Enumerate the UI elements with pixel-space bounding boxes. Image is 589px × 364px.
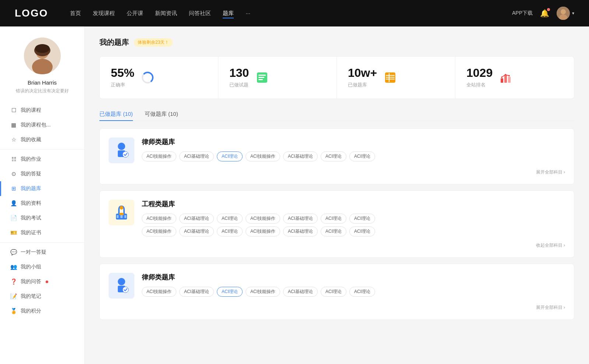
tag-3-4[interactable]: ACI基础理论 [283, 287, 318, 297]
sidebar-item-qbank[interactable]: ⊞ 我的题库 [0, 181, 84, 196]
svg-rect-18 [389, 73, 389, 82]
tag-1-3[interactable]: ACI技能操作 [246, 151, 280, 161]
stat-questions-value: 130 [229, 67, 249, 79]
qbank-card-header-3: 律师类题库 ACI技能操作 ACI基础理论 ACI理论 ACI技能操作 ACI基… [109, 273, 565, 299]
sidebar-item-homework[interactable]: ☷ 我的作业 [0, 152, 84, 167]
sidebar-item-label: 我的课程 [21, 107, 41, 114]
sidebar-item-questions[interactable]: ⊙ 我的答疑 [0, 167, 84, 181]
tag-2-0[interactable]: ACI技能操作 [142, 214, 176, 224]
unread-dot [46, 281, 48, 283]
sidebar-item-qa[interactable]: ❓ 我的问答 [0, 274, 84, 289]
tag-2b-1[interactable]: ACI基础理论 [179, 226, 214, 236]
tags-row-1: ACI技能操作 ACI基础理论 ACI理论 ACI技能操作 ACI基础理论 AC… [142, 151, 565, 161]
nav-item-qa[interactable]: 问答社区 [189, 10, 211, 17]
sidebar-item-label: 我的证书 [21, 229, 41, 236]
nav-item-more[interactable]: ··· [246, 10, 250, 17]
chevron-down-icon: ▾ [572, 11, 574, 16]
tag-1-2[interactable]: ACI理论 [217, 151, 243, 161]
sidebar-item-label: 我的作业 [21, 156, 41, 163]
user-avatar-menu[interactable]: ▾ [557, 7, 574, 20]
sidebar-item-label: 我的笔记 [21, 293, 41, 300]
tab-done-banks[interactable]: 已做题库 (10) [99, 108, 133, 121]
nav-item-home[interactable]: 首页 [70, 10, 81, 17]
sidebar-menu: ☐ 我的课程 ▦ 我的课程包... ☆ 我的收藏 ☷ 我的作业 ⊙ 我的答疑 ⊞ [0, 103, 84, 318]
tags-row-3: ACI技能操作 ACI基础理论 ACI理论 ACI技能操作 ACI基础理论 AC… [142, 287, 565, 297]
donut-icon [140, 70, 155, 85]
tags-row-2a: ACI技能操作 ACI基础理论 ACI理论 ACI技能操作 ACI基础理论 AC… [142, 214, 565, 224]
svg-point-5 [32, 59, 53, 74]
nav-item-mooc[interactable]: 公开课 [127, 10, 143, 17]
nav-item-courses[interactable]: 发现课程 [93, 10, 115, 17]
tabs-row: 已做题库 (10) 可做题库 (10) [99, 108, 574, 121]
sidebar-item-favorites[interactable]: ☆ 我的收藏 [0, 132, 84, 147]
svg-point-22 [501, 76, 502, 78]
star-icon: ☆ [10, 136, 17, 143]
stats-row: 55% 正确率 130 已做试题 [99, 56, 574, 99]
sidebar-item-label: 我的问答 [21, 278, 41, 285]
svg-rect-15 [386, 75, 395, 76]
tag-3-2[interactable]: ACI理论 [217, 287, 243, 297]
expand-link-1[interactable]: 展开全部科目 › [536, 169, 565, 175]
tag-3-3[interactable]: ACI技能操作 [246, 287, 280, 297]
stat-banks-value: 10w+ [348, 67, 377, 79]
tag-1-5[interactable]: ACI理论 [321, 151, 346, 161]
question-icon: ⊙ [10, 171, 17, 177]
tag-2b-3[interactable]: ACI技能操作 [246, 226, 280, 236]
sidebar-item-profile[interactable]: 👤 我的资料 [0, 196, 84, 211]
sidebar-item-my-courses[interactable]: ☐ 我的课程 [0, 103, 84, 118]
tag-3-6[interactable]: ACI理论 [349, 287, 375, 297]
sidebar-item-cert[interactable]: 🎫 我的证书 [0, 225, 84, 240]
svg-rect-16 [386, 77, 395, 78]
tag-2b-4[interactable]: ACI基础理论 [283, 226, 318, 236]
chart-icon: ▦ [10, 122, 17, 128]
nav-item-exam[interactable]: 题库 [223, 10, 234, 17]
sidebar-item-course-pack[interactable]: ▦ 我的课程包... [0, 118, 84, 132]
tag-3-0[interactable]: ACI技能操作 [142, 287, 176, 297]
tag-2b-2[interactable]: ACI理论 [217, 226, 243, 236]
tag-1-1[interactable]: ACI基础理论 [179, 151, 214, 161]
svg-rect-17 [386, 79, 395, 79]
nav-item-news[interactable]: 新闻资讯 [155, 10, 177, 17]
tag-2-6[interactable]: ACI理论 [349, 214, 375, 224]
sidebar-item-notes[interactable]: 📝 我的笔记 [0, 289, 84, 304]
qbank-card-engineer: 工程类题库 ACI技能操作 ACI基础理论 ACI理论 ACI技能操作 ACI基… [99, 190, 574, 258]
sidebar-item-tutoring[interactable]: 💬 一对一答疑 [0, 245, 84, 260]
sidebar-item-points[interactable]: 🏅 我的积分 [0, 304, 84, 318]
expand-link-3[interactable]: 展开全部科目 › [536, 304, 565, 311]
doc-icon: ☷ [10, 156, 17, 163]
tag-2-1[interactable]: ACI基础理论 [179, 214, 214, 224]
tags-row-2b: ACI技能操作 ACI基础理论 ACI理论 ACI技能操作 ACI基础理论 AC… [142, 226, 565, 236]
notification-bell[interactable]: 🔔 [540, 9, 549, 18]
stat-banks: 10w+ 已做题库 [337, 57, 455, 99]
tag-3-1[interactable]: ACI基础理论 [179, 287, 214, 297]
sidebar-item-label: 我的课程包... [21, 122, 51, 128]
tag-2-5[interactable]: ACI理论 [321, 214, 346, 224]
tag-1-4[interactable]: ACI基础理论 [283, 151, 318, 161]
qbank-card-lawyer-1: 律师类题库 ACI技能操作 ACI基础理论 ACI理论 ACI技能操作 ACI基… [99, 128, 574, 185]
tag-1-0[interactable]: ACI技能操作 [142, 151, 176, 161]
app-download-link[interactable]: APP下载 [512, 10, 533, 17]
tag-2b-5[interactable]: ACI理论 [321, 226, 346, 236]
avatar [557, 7, 570, 20]
expand-link-2[interactable]: 收起全部科目 › [536, 242, 565, 249]
tag-2b-6[interactable]: ACI理论 [349, 226, 375, 236]
stat-rank: 1029 全站排名 [455, 57, 574, 99]
tag-1-6[interactable]: ACI理论 [349, 151, 375, 161]
file-icon: ☐ [10, 107, 17, 114]
svg-rect-12 [258, 77, 264, 78]
grid-icon: ⊞ [10, 185, 17, 192]
tag-2-3[interactable]: ACI技能操作 [246, 214, 280, 224]
tab-available-banks[interactable]: 可做题库 (10) [145, 108, 178, 121]
table-icon [383, 70, 398, 85]
sidebar-item-label: 我的积分 [21, 308, 41, 314]
sidebar-item-group[interactable]: 👥 我的小组 [0, 260, 84, 274]
page-header: 我的题库 体验剩余23天！ [99, 38, 574, 47]
tag-2b-0[interactable]: ACI技能操作 [142, 226, 176, 236]
svg-point-30 [120, 206, 123, 210]
tag-3-5[interactable]: ACI理论 [321, 287, 346, 297]
tag-2-2[interactable]: ACI理论 [217, 214, 243, 224]
sidebar-item-exam[interactable]: 📄 我的考试 [0, 211, 84, 225]
qbank-card-header-2: 工程类题库 ACI技能操作 ACI基础理论 ACI理论 ACI技能操作 ACI基… [109, 200, 565, 236]
card-footer-3: 展开全部科目 › [109, 304, 565, 311]
tag-2-4[interactable]: ACI基础理论 [283, 214, 318, 224]
